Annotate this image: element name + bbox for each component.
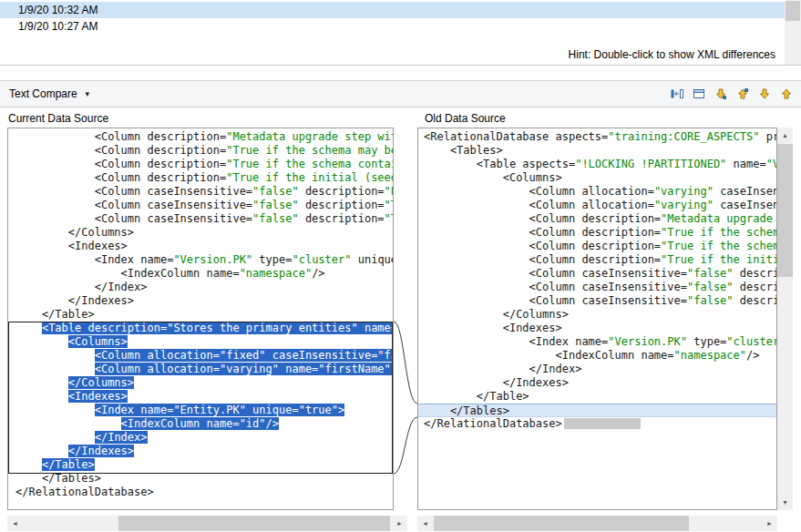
left-pane-horizontal-scrollbar[interactable]: ◄ ►	[7, 516, 407, 531]
diff-connector-lines	[394, 128, 417, 510]
code-line: </RelationalDatabase>	[424, 417, 776, 431]
next-change-icon[interactable]	[755, 85, 774, 104]
code-line: <Column caseInsensitive="false" descript…	[424, 281, 776, 294]
code-line: <Column description="True if the initial…	[15, 171, 393, 185]
code-line: </RelationalDatabase>	[15, 486, 393, 499]
code-line: <Column description="True if the schema …	[15, 144, 393, 158]
code-line: </Tables>	[418, 404, 776, 417]
show-ancestor-pane-icon[interactable]	[689, 85, 708, 104]
code-line: <Columns>	[424, 171, 776, 185]
code-line: <Column description="True if the schema …	[424, 240, 776, 253]
code-line: <Column description="True if the schema …	[424, 226, 776, 240]
code-line: <IndexColumn name="namespace"/>	[15, 267, 393, 281]
code-line: </Columns>	[15, 226, 393, 240]
compare-toolbar	[667, 85, 796, 104]
section-divider	[0, 65, 801, 66]
code-line: <Columns>	[15, 335, 393, 349]
code-line: </Table>	[15, 458, 393, 472]
code-line: <IndexColumn name="id"/>	[15, 417, 393, 431]
code-line: <Index name="Version.PK" type="cluster" …	[424, 335, 776, 349]
code-line: </Indexes>	[15, 445, 393, 458]
code-line: <Column caseInsensitive="false" descript…	[15, 212, 393, 226]
code-line: </Index>	[15, 281, 393, 294]
code-line: <Table description="Stores the primary e…	[15, 322, 393, 335]
scroll-left-arrow-icon[interactable]: ◄	[7, 516, 23, 531]
code-line: <Column caseInsensitive="false" descript…	[15, 185, 393, 199]
code-line: </Index>	[424, 363, 776, 376]
horizontal-scrollbar-thumb[interactable]	[118, 516, 390, 531]
right-pane-title: Old Data Source	[425, 112, 506, 125]
code-line: </Indexes>	[424, 376, 776, 390]
history-row[interactable]: 1/9/20 10:27 AM	[0, 18, 785, 35]
code-line: <Index name="Entity.PK" unique="true">	[15, 404, 393, 417]
history-scrollbar-thumb[interactable]	[786, 1, 800, 21]
vertical-scrollbar-thumb[interactable]	[777, 144, 793, 277]
code-line: <Column caseInsensitive="false" descript…	[424, 267, 776, 281]
history-rows: 1/9/20 10:32 AM1/9/20 10:27 AM	[0, 2, 785, 35]
code-line: <Tables>	[424, 144, 776, 158]
swap-left-and-right-icon[interactable]	[667, 85, 686, 104]
scroll-right-arrow-icon[interactable]: ►	[762, 516, 777, 531]
code-line: <Column description="True if the initial…	[424, 253, 776, 267]
code-line: <Table aspects="!LOCKING !PARTITIONED" n…	[424, 158, 776, 171]
code-line: </Columns>	[424, 308, 776, 322]
code-line: <Column description="Metadata upgrade st…	[15, 130, 393, 144]
code-line: <Column allocation="varying" name="first…	[15, 363, 393, 376]
text-compare-menu[interactable]: Text Compare ▼	[9, 87, 91, 100]
hint-text: Hint: Double-click to show XML differenc…	[569, 48, 775, 61]
previous-change-icon[interactable]	[776, 85, 796, 104]
history-row[interactable]: 1/9/20 10:32 AM	[0, 2, 785, 18]
code-line: </Table>	[424, 390, 776, 404]
code-line: </Indexes>	[15, 294, 393, 308]
chevron-down-icon: ▼	[84, 90, 91, 98]
version-history-list[interactable]: 1/9/20 10:32 AM1/9/20 10:27 AM Hint: Dou…	[0, 0, 785, 65]
code-line: <Column allocation="varying" caseInsensi…	[424, 199, 776, 212]
text-compare-title: Text Compare	[9, 87, 77, 100]
code-line: <Indexes>	[424, 322, 776, 335]
scroll-up-arrow-icon[interactable]: ▲	[777, 128, 793, 143]
left-pane-title: Current Data Source	[8, 112, 108, 125]
diff-insertion-marker	[564, 418, 641, 429]
code-line: </Columns>	[15, 376, 393, 390]
scroll-right-arrow-icon[interactable]: ►	[392, 516, 407, 531]
previous-difference-icon[interactable]	[733, 85, 752, 104]
code-line: <Column allocation="varying" caseInsensi…	[424, 185, 776, 199]
code-line: <RelationalDatabase aspects="training:CO…	[424, 130, 776, 144]
scroll-left-arrow-icon[interactable]: ◄	[417, 516, 433, 531]
code-line: <Column caseInsensitive="false" descript…	[424, 294, 776, 308]
right-pane-vertical-scrollbar[interactable]: ▲ ▼	[777, 128, 793, 510]
code-line: </Tables>	[15, 472, 393, 486]
history-vertical-scrollbar[interactable]	[785, 0, 801, 65]
scroll-down-arrow-icon[interactable]: ▼	[777, 495, 793, 510]
code-line: <Index name="Version.PK" type="cluster" …	[15, 253, 393, 267]
code-line: <Indexes>	[15, 240, 393, 253]
code-line: </Table>	[15, 308, 393, 322]
code-line: <IndexColumn name="namespace"/>	[424, 349, 776, 363]
code-line: <Indexes>	[15, 390, 393, 404]
code-line: <Column caseInsensitive="false" descript…	[15, 199, 393, 212]
code-line: <Column allocation="fixed" caseInsensiti…	[15, 349, 393, 363]
left-code-pane[interactable]: <Column description="Metadata upgrade st…	[7, 128, 394, 510]
horizontal-scrollbar-thumb[interactable]	[434, 516, 689, 531]
next-difference-icon[interactable]	[711, 85, 730, 104]
compare-viewer-header: Text Compare ▼	[0, 80, 801, 107]
right-code-pane[interactable]: <RelationalDatabase aspects="training:CO…	[417, 128, 777, 510]
code-line: </Index>	[15, 431, 393, 445]
code-line: <Column description="Metadata upgrade st…	[424, 212, 776, 226]
code-line: <Column description="True if the schema …	[15, 158, 393, 171]
compare-editor: 1/9/20 10:32 AM1/9/20 10:27 AM Hint: Dou…	[0, 0, 801, 532]
right-pane-horizontal-scrollbar[interactable]: ◄ ►	[417, 516, 777, 531]
